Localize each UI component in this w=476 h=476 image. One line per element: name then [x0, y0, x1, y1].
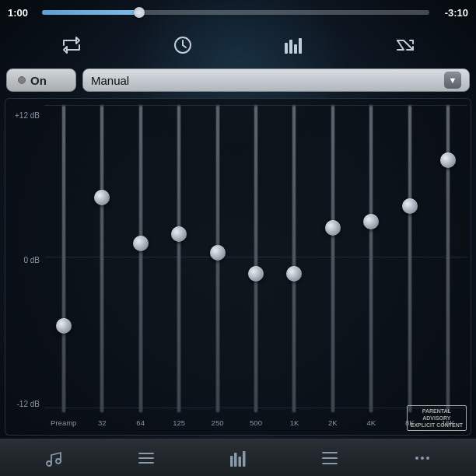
progress-section: 1:00 -3:10 [0, 0, 476, 25]
svg-rect-13 [234, 453, 237, 467]
svg-point-21 [426, 457, 429, 460]
eq-track-fill [254, 105, 257, 412]
eq-label-1k: 1K [290, 415, 299, 430]
eq-track-4k [352, 105, 390, 412]
eq-band-preamp: Preamp [44, 105, 82, 430]
eq-track-1k [275, 105, 313, 412]
eq-on-button[interactable]: On [6, 68, 76, 92]
svg-rect-3 [285, 43, 288, 54]
eq-band-16k: 16K [429, 105, 467, 430]
svg-point-20 [421, 457, 424, 460]
bottom-nav [0, 439, 476, 476]
progress-fill [42, 10, 139, 15]
visualizer-button[interactable] [277, 28, 311, 62]
svg-rect-12 [230, 456, 233, 467]
eq-thumb-250[interactable] [210, 245, 226, 261]
nav-menu-button[interactable] [311, 443, 348, 474]
eq-label-250: 250 [212, 415, 224, 430]
preset-label: Manual [91, 74, 129, 87]
eq-label-500: 500 [250, 415, 262, 430]
eq-track-2k [313, 105, 352, 412]
eq-track-fill [177, 105, 180, 412]
eq-thumb-2k[interactable] [325, 220, 341, 236]
on-indicator [18, 76, 26, 84]
svg-rect-4 [289, 40, 292, 54]
eq-band-64: 64 [121, 105, 159, 430]
eq-thumb-4k[interactable] [363, 214, 379, 229]
svg-rect-5 [294, 44, 297, 54]
eq-band-250: 250 [198, 105, 236, 430]
shuffle-button[interactable] [388, 28, 422, 62]
time-remaining: -3:10 [436, 7, 468, 19]
eq-label-2k: 2K [328, 415, 338, 430]
svg-point-19 [415, 457, 418, 460]
nav-more-button[interactable] [404, 443, 441, 474]
eq-thumb-8k[interactable] [402, 198, 418, 214]
eq-label-64: 64 [136, 415, 145, 430]
eq-track-64 [121, 105, 159, 412]
on-label: On [30, 74, 47, 87]
eq-track-fill [292, 105, 296, 412]
eq-label-preamp: Preamp [51, 415, 76, 430]
eq-thumb-1k[interactable] [286, 266, 302, 282]
eq-band-2k: 2K [313, 105, 352, 430]
eq-thumb-64[interactable] [133, 236, 149, 251]
progress-bar[interactable] [42, 10, 429, 15]
eq-band-8k: 8K [390, 105, 429, 430]
eq-band-125: 125 [159, 105, 198, 430]
nav-list-button[interactable] [128, 443, 165, 474]
db-label-bot: -12 dB [9, 400, 44, 408]
db-labels: +12 dB 0 dB -12 dB [9, 105, 44, 430]
eq-label-32: 32 [98, 415, 107, 430]
nav-eq-button[interactable] [219, 443, 257, 474]
eq-track-16k [429, 105, 467, 412]
eq-track-500 [236, 105, 275, 412]
eq-track-fill [62, 105, 65, 412]
eq-label-125: 125 [173, 415, 185, 430]
eq-track-fill [369, 105, 373, 412]
eq-band-1k: 1K [275, 105, 313, 430]
eq-thumb-125[interactable] [171, 226, 187, 242]
eq-track-125 [159, 105, 198, 412]
db-label-top: +12 dB [9, 111, 44, 120]
sliders-container: Preamp32641252505001K2K4K8K16K [44, 105, 467, 430]
svg-rect-6 [299, 38, 302, 54]
eq-track-32 [82, 105, 121, 412]
eq-track-fill [139, 105, 142, 412]
db-label-mid: 0 dB [9, 256, 44, 264]
eq-band-500: 500 [236, 105, 275, 430]
preset-dropdown[interactable]: Manual ▼ [82, 68, 470, 92]
eq-track-fill [100, 105, 103, 412]
dropdown-arrow-icon: ▼ [444, 72, 461, 89]
svg-point-7 [47, 461, 51, 466]
advisory-badge: PARENTALADVISORYEXPLICIT CONTENT [407, 405, 467, 431]
eq-thumb-32[interactable] [94, 190, 110, 205]
eq-track-preamp [44, 105, 82, 412]
svg-rect-15 [243, 451, 246, 467]
svg-rect-14 [238, 457, 241, 467]
eq-band-4k: 4K [352, 105, 390, 430]
eq-thumb-preamp[interactable] [56, 318, 72, 334]
controls-row [0, 25, 476, 65]
eq-track-fill [331, 105, 334, 412]
time-elapsed: 1:00 [8, 7, 36, 19]
eq-track-250 [198, 105, 236, 412]
eq-thumb-16k[interactable] [440, 152, 456, 168]
advisory-text: PARENTALADVISORYEXPLICIT CONTENT [411, 408, 463, 429]
eq-track-fill [408, 105, 411, 412]
svg-line-2 [183, 45, 186, 47]
eq-thumb-500[interactable] [248, 266, 264, 282]
eq-band-32: 32 [82, 105, 121, 430]
eq-track-8k [390, 105, 429, 412]
eq-toggle-row: On Manual ▼ [0, 65, 476, 95]
eq-label-4k: 4K [367, 415, 376, 430]
eq-track-fill [446, 105, 450, 412]
repeat-button[interactable] [54, 28, 89, 62]
progress-thumb[interactable] [134, 7, 145, 18]
nav-music-button[interactable] [35, 443, 72, 474]
eq-grid: +12 dB 0 dB -12 dB Preamp32641252505001K… [9, 105, 467, 430]
eq-section: +12 dB 0 dB -12 dB Preamp32641252505001K… [5, 98, 471, 436]
timer-button[interactable] [166, 28, 200, 62]
